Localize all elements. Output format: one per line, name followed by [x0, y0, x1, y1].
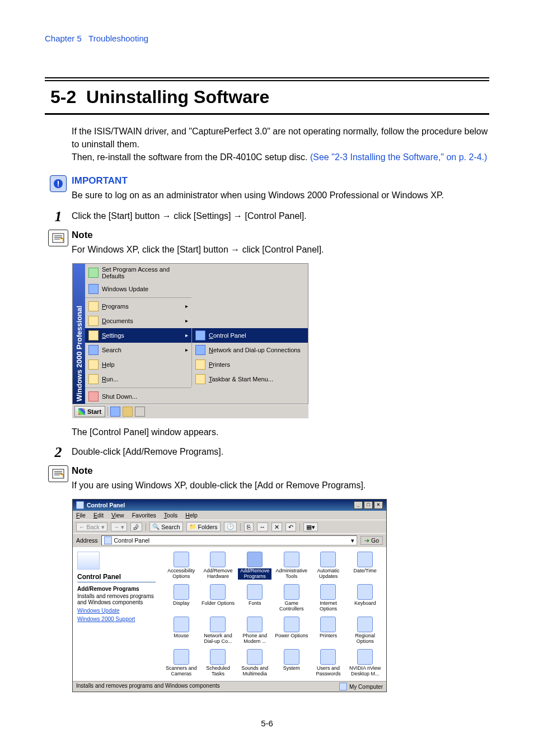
- cp-icon-users-and-passwords[interactable]: Users and Passwords: [312, 649, 345, 677]
- submenu-network[interactable]: Network and Dial-up Connections: [192, 343, 308, 357]
- submenu-control-panel[interactable]: Control Panel: [192, 328, 308, 343]
- important-text: Be sure to log on as an administrator wh…: [72, 189, 489, 202]
- views-button[interactable]: ▦▾: [303, 522, 318, 531]
- note-1: Note For Windows XP, click the [Start] b…: [45, 230, 489, 438]
- back-button[interactable]: ← Back ▾: [76, 522, 107, 531]
- close-button[interactable]: ×: [374, 501, 383, 509]
- cp-icon-game-controllers[interactable]: Game Controllers: [275, 584, 308, 612]
- left-heading: Control Panel: [77, 573, 156, 581]
- start-item-programs[interactable]: Programs: [85, 299, 191, 314]
- max-button[interactable]: □: [364, 501, 373, 509]
- cp-icon-administrative-tools[interactable]: Administrative Tools: [275, 552, 308, 580]
- left-link-update[interactable]: Windows Update: [77, 608, 156, 614]
- cp-icon-automatic-updates[interactable]: Automatic Updates: [312, 552, 345, 580]
- cp-icon-network-and-dial-up-co[interactable]: Network and Dial-up Co...: [202, 617, 235, 645]
- step-1-number: 1: [55, 209, 62, 224]
- left-selected-desc: Installs and removes programs and Window…: [77, 593, 156, 605]
- cp-icon-sounds-and-multimedia[interactable]: Sounds and Multimedia: [238, 649, 271, 677]
- start-button[interactable]: Start: [74, 406, 105, 417]
- start-item-run[interactable]: Run...: [85, 372, 191, 386]
- intro-p2: Then, re-install the software from the D…: [72, 151, 489, 164]
- start-item-shutdown[interactable]: Shut Down...: [85, 389, 191, 404]
- tb-extra-3[interactable]: ✕: [271, 522, 282, 531]
- address-field[interactable]: Control Panel ▾: [101, 535, 357, 545]
- tb-extra-1[interactable]: ⎘: [244, 522, 254, 531]
- left-link-support[interactable]: Windows 2000 Support: [77, 616, 156, 622]
- taskbar-icon-2[interactable]: [123, 407, 133, 417]
- cp-icon-power-options[interactable]: Power Options: [275, 617, 308, 645]
- status-bar: Installs and removes programs and Window…: [73, 681, 386, 692]
- cp-icon-display[interactable]: Display: [165, 584, 198, 612]
- section-title-block: 5-2 Uninstalling Software: [45, 77, 489, 115]
- note-1-label: Note: [72, 230, 489, 241]
- intro-p1: If the ISIS/TWAIN driver, and "CapturePe…: [72, 125, 489, 151]
- up-button[interactable]: ⮵: [130, 522, 142, 531]
- start-item-access-defaults[interactable]: Set Program Access and Defaults: [85, 264, 191, 282]
- step-2-text: Double-click [Add/Remove Programs].: [72, 445, 489, 458]
- start-item-windows-update[interactable]: Windows Update: [85, 282, 191, 296]
- toolbar: ← Back ▾ → ▾ ⮵ 🔍 Search 📁 Folders 🕒 ⎘ ↔ …: [73, 520, 386, 533]
- min-button[interactable]: _: [354, 501, 363, 509]
- start-item-help[interactable]: Help: [85, 357, 191, 372]
- icon-grid: Accessibility OptionsAdd/Remove Hardware…: [160, 547, 386, 681]
- submenu-printers[interactable]: Printers: [192, 357, 308, 372]
- start-item-search[interactable]: Search: [85, 343, 191, 357]
- search-button[interactable]: 🔍 Search: [149, 522, 182, 531]
- important-icon: [50, 175, 67, 192]
- chapter-title: Troubleshooting: [88, 34, 148, 43]
- chapter-number: Chapter 5: [45, 34, 82, 43]
- address-bar: Address Control Panel ▾ ➜Go: [73, 533, 386, 547]
- note-2-text: If you are using Windows XP, double-clic…: [72, 479, 489, 492]
- tb-extra-4[interactable]: ↶: [285, 522, 296, 531]
- svg-rect-2: [58, 185, 59, 186]
- cp-icon-keyboard[interactable]: Keyboard: [348, 584, 382, 612]
- note-2: Note If you are using Windows XP, double…: [45, 465, 489, 693]
- step-2: 2 Double-click [Add/Remove Programs].: [45, 445, 489, 460]
- cp-icon-system[interactable]: System: [275, 649, 308, 677]
- chapter-link[interactable]: Chapter 5 Troubleshooting: [45, 34, 148, 43]
- cp-icon-add-remove-programs[interactable]: Add/Remove Programs: [238, 552, 271, 580]
- note-2-label: Note: [72, 465, 489, 477]
- taskbar-icon-3[interactable]: [135, 407, 145, 417]
- forward-button[interactable]: → ▾: [111, 522, 127, 531]
- cp-icon-mouse[interactable]: Mouse: [165, 617, 198, 645]
- intro-text: If the ISIS/TWAIN driver, and "CapturePe…: [72, 125, 489, 164]
- step-2-number: 2: [55, 445, 62, 460]
- history-button[interactable]: 🕒: [224, 522, 237, 531]
- cp-icon-internet-options[interactable]: Internet Options: [312, 584, 345, 612]
- note-icon: [48, 230, 68, 246]
- go-button[interactable]: ➜Go: [360, 536, 383, 545]
- start-menu-screenshot: Windows 2000 Professional Set Program Ac…: [72, 263, 309, 419]
- note-1-text: For Windows XP, click the [Start] button…: [72, 243, 489, 256]
- tb-extra-2[interactable]: ↔: [257, 522, 269, 531]
- submenu-taskbar[interactable]: Taskbar & Start Menu...: [192, 372, 308, 386]
- folders-button[interactable]: 📁 Folders: [186, 522, 221, 531]
- cp-icon-date-time[interactable]: Date/Time: [348, 552, 382, 580]
- control-panel-screenshot: Control Panel _ □ × File Edit View Favor…: [72, 498, 387, 693]
- cp-icon-nvidia-nview-desktop-m[interactable]: NVIDIA nView Desktop M...: [348, 649, 382, 677]
- start-sidebar: Windows 2000 Professional: [73, 264, 85, 404]
- cp-icon-fonts[interactable]: Fonts: [238, 584, 271, 612]
- cross-ref-link[interactable]: (See "2-3 Installing the Software," on p…: [310, 152, 487, 162]
- cp-icon-add-remove-hardware[interactable]: Add/Remove Hardware: [202, 552, 235, 580]
- note-icon: [48, 465, 68, 482]
- step-1: 1 Click the [Start] button → click [Sett…: [45, 209, 489, 224]
- cp-icon-scheduled-tasks[interactable]: Scheduled Tasks: [202, 649, 235, 677]
- cp-icon-printers[interactable]: Printers: [312, 617, 345, 645]
- start-item-documents[interactable]: Documents: [85, 314, 191, 328]
- caption-1: The [Control Panel] window appears.: [72, 426, 489, 438]
- page-number: 5-6: [0, 718, 534, 728]
- start-item-settings[interactable]: Settings: [85, 328, 191, 343]
- cp-icon-folder-options[interactable]: Folder Options: [202, 584, 235, 612]
- cp-icon-accessibility-options[interactable]: Accessibility Options: [165, 552, 198, 580]
- cp-icon-scanners-and-cameras[interactable]: Scanners and Cameras: [165, 649, 198, 677]
- section-heading: 5-2 Uninstalling Software: [50, 87, 489, 108]
- cp-icon-regional-options[interactable]: Regional Options: [348, 617, 382, 645]
- important-label: IMPORTANT: [72, 175, 489, 186]
- page-header: Chapter 5 Troubleshooting: [45, 34, 489, 44]
- svg-rect-1: [58, 181, 59, 185]
- menu-bar[interactable]: File Edit View Favorites Tools Help: [73, 511, 386, 520]
- taskbar-icon-1[interactable]: [110, 407, 120, 417]
- cp-icon-phone-and-modem[interactable]: Phone and Modem ...: [238, 617, 271, 645]
- window-titlebar: Control Panel _ □ ×: [73, 500, 386, 511]
